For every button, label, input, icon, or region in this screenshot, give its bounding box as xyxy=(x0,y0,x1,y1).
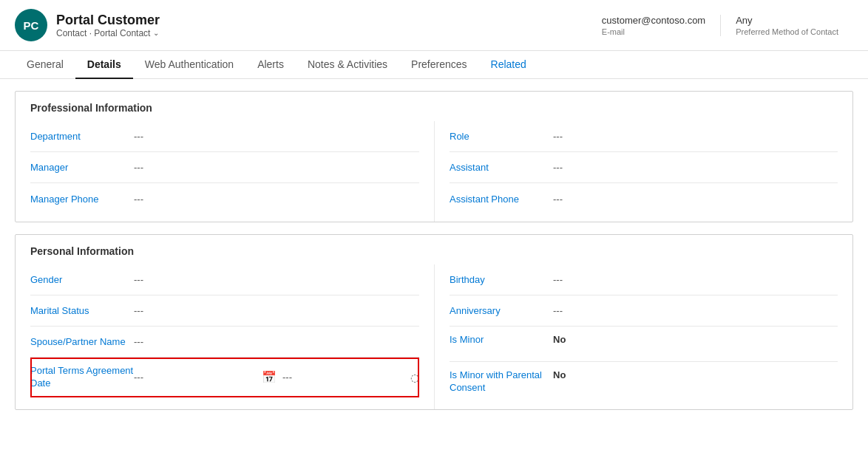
manager-phone-label: Manager Phone xyxy=(30,194,134,205)
field-department: Department --- xyxy=(30,121,419,152)
calendar-icon[interactable]: 📅 xyxy=(262,370,277,384)
marital-status-label: Marital Status xyxy=(30,305,134,316)
gender-value: --- xyxy=(134,274,143,285)
tab-general[interactable]: General xyxy=(15,51,75,79)
nav-tabs: General Details Web Authentication Alert… xyxy=(0,51,868,79)
contact-name: Portal Customer xyxy=(56,13,160,28)
field-manager-phone: Manager Phone --- xyxy=(30,183,419,214)
tab-notes-activities[interactable]: Notes & Activities xyxy=(296,51,399,79)
page-header: PC Portal Customer Contact · Portal Cont… xyxy=(0,0,868,51)
is-minor-label: Is Minor xyxy=(450,334,553,346)
tab-related[interactable]: Related xyxy=(479,51,538,79)
department-value: --- xyxy=(134,131,143,142)
tab-details[interactable]: Details xyxy=(75,51,133,79)
birthday-value: --- xyxy=(553,274,563,285)
contact-subtitle: Contact · Portal Contact ⌄ xyxy=(56,28,160,38)
field-assistant-phone: Assistant Phone --- xyxy=(450,183,838,214)
is-minor-value: No xyxy=(553,334,566,345)
contact-method-block: Any Preferred Method of Contact xyxy=(720,15,853,36)
personal-right-col: Birthday --- Anniversary --- Is Minor No… xyxy=(434,264,852,409)
professional-left-col: Department --- Manager --- Manager Phone… xyxy=(16,121,434,222)
tab-web-authentication[interactable]: Web Authentication xyxy=(133,51,245,79)
role-label: Role xyxy=(450,131,553,142)
field-gender: Gender --- xyxy=(30,264,419,295)
spouse-name-value: --- xyxy=(134,336,143,347)
avatar: PC xyxy=(15,9,47,41)
assistant-phone-label: Assistant Phone xyxy=(450,194,553,205)
personal-left-col: Gender --- Marital Status --- Spouse/Par… xyxy=(16,264,434,409)
field-manager: Manager --- xyxy=(30,152,419,183)
professional-section-title: Professional Information xyxy=(16,92,852,121)
field-is-minor-parental: Is Minor with Parental Consent No xyxy=(450,362,838,402)
field-assistant: Assistant --- xyxy=(450,152,838,183)
spouse-name-label: Spouse/Partner Name xyxy=(30,336,134,347)
field-marital-status: Marital Status --- xyxy=(30,295,419,327)
field-portal-terms: Portal Terms Agreement Date --- 📅 --- ◌ xyxy=(30,358,419,397)
email-value: customer@contoso.com xyxy=(602,15,705,26)
manager-value: --- xyxy=(134,162,143,173)
manager-phone-value: --- xyxy=(134,194,143,205)
portal-terms-value1: --- xyxy=(134,372,256,383)
professional-information-section: Professional Information Department --- … xyxy=(15,91,853,222)
is-minor-parental-label: Is Minor with Parental Consent xyxy=(450,369,553,394)
portal-terms-label: Portal Terms Agreement Date xyxy=(30,365,134,390)
contact-method-label: Preferred Method of Contact xyxy=(736,27,838,36)
assistant-phone-value: --- xyxy=(553,194,563,205)
department-label: Department xyxy=(30,131,134,142)
header-title-block: Portal Customer Contact · Portal Contact… xyxy=(56,13,160,38)
clock-icon[interactable]: ◌ xyxy=(410,372,419,383)
anniversary-label: Anniversary xyxy=(450,305,553,316)
email-label: E-mail xyxy=(602,27,705,36)
contact-type: Contact · Portal Contact xyxy=(56,28,150,38)
professional-right-col: Role --- Assistant --- Assistant Phone -… xyxy=(434,121,852,222)
field-role: Role --- xyxy=(450,121,838,152)
manager-label: Manager xyxy=(30,162,134,173)
marital-status-value: --- xyxy=(134,305,143,316)
assistant-value: --- xyxy=(553,162,563,173)
tab-preferences[interactable]: Preferences xyxy=(399,51,478,79)
field-anniversary: Anniversary --- xyxy=(450,295,838,327)
contact-method-value: Any xyxy=(736,15,838,26)
main-content: Professional Information Department --- … xyxy=(0,79,868,434)
anniversary-value: --- xyxy=(553,305,563,316)
header-right: customer@contoso.com E-mail Any Preferre… xyxy=(587,15,853,36)
field-birthday: Birthday --- xyxy=(450,264,838,295)
tab-alerts[interactable]: Alerts xyxy=(245,51,296,79)
personal-section-title: Personal Information xyxy=(16,235,852,264)
is-minor-parental-value: No xyxy=(553,369,566,380)
personal-information-section: Personal Information Gender --- Marital … xyxy=(15,234,853,410)
birthday-label: Birthday xyxy=(450,274,553,285)
chevron-down-icon[interactable]: ⌄ xyxy=(153,29,159,37)
gender-label: Gender xyxy=(30,274,134,285)
portal-terms-value2: --- xyxy=(282,372,404,383)
field-is-minor: Is Minor No xyxy=(450,327,838,362)
role-value: --- xyxy=(553,131,563,142)
professional-fields-grid: Department --- Manager --- Manager Phone… xyxy=(16,121,852,222)
field-spouse-name: Spouse/Partner Name --- xyxy=(30,327,419,358)
email-block: customer@contoso.com E-mail xyxy=(587,15,720,36)
personal-fields-grid: Gender --- Marital Status --- Spouse/Par… xyxy=(16,264,852,409)
assistant-label: Assistant xyxy=(450,162,553,173)
